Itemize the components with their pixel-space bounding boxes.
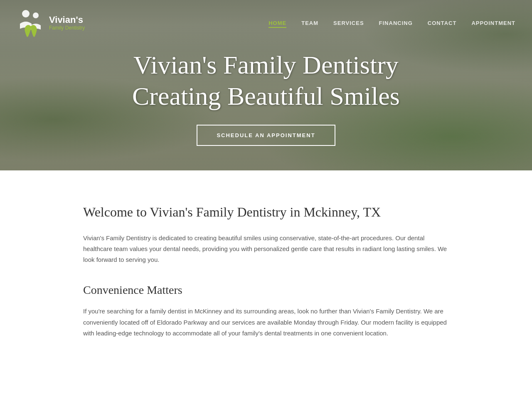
svg-point-2 [33, 12, 39, 18]
logo[interactable]: Vivian's Family Dentistry [17, 5, 85, 41]
nav-link-team[interactable]: TEAM [301, 20, 318, 26]
nav-item-contact[interactable]: CONTACT [428, 19, 457, 27]
nav-link-financing[interactable]: FINANCING [379, 20, 413, 26]
nav-item-team[interactable]: TEAM [301, 19, 318, 27]
convenience-heading: Convenience Matters [83, 283, 449, 297]
hero-title-line1: Vivian's Family Dentistry [133, 51, 399, 79]
nav-links: HOME TEAM SERVICES FINANCING CONTACT APP… [268, 19, 515, 27]
hero-title: Vivian's Family Dentistry Creating Beaut… [132, 49, 400, 111]
svg-point-1 [22, 10, 30, 17]
logo-text: Vivian's Family Dentistry [49, 15, 85, 31]
nav-link-contact[interactable]: CONTACT [428, 20, 457, 26]
brand-sub: Family Dentistry [49, 25, 85, 31]
brand-name: Vivian's [49, 15, 85, 25]
hero-title-line2: Creating Beautiful Smiles [132, 82, 400, 110]
navbar: Vivian's Family Dentistry HOME TEAM SERV… [0, 0, 532, 46]
nav-link-services[interactable]: SERVICES [333, 20, 364, 26]
nav-link-appointment[interactable]: APPOINTMENT [471, 20, 515, 26]
nav-item-home[interactable]: HOME [268, 19, 286, 27]
nav-link-home[interactable]: HOME [268, 20, 286, 28]
content-inner: Welcome to Vivian's Family Dentistry in … [66, 204, 466, 339]
main-content: Welcome to Vivian's Family Dentistry in … [0, 170, 532, 364]
nav-item-financing[interactable]: FINANCING [379, 19, 413, 27]
logo-icon [17, 5, 45, 41]
svg-rect-0 [17, 5, 45, 41]
schedule-appointment-button[interactable]: SCHEDULE AN APPOINTMENT [197, 125, 335, 146]
nav-item-appointment[interactable]: APPOINTMENT [471, 19, 515, 27]
convenience-text: If you're searching for a family dentist… [83, 306, 449, 339]
nav-item-services[interactable]: SERVICES [333, 19, 364, 27]
welcome-text: Vivian's Family Dentistry is dedicated t… [83, 233, 449, 266]
welcome-heading: Welcome to Vivian's Family Dentistry in … [83, 204, 449, 221]
